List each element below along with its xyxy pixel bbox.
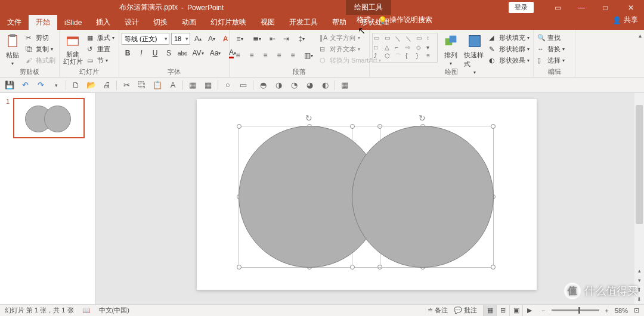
resize-handle[interactable] — [491, 124, 496, 129]
tab-animations[interactable]: 动画 — [175, 15, 203, 30]
shape-outline-button[interactable]: ✎形状轮廓▾ — [488, 44, 531, 54]
shape-curve2-icon[interactable]: ⌒ — [395, 52, 404, 61]
qat-undo-button[interactable]: ↶ — [19, 79, 31, 91]
resize-handle[interactable] — [237, 265, 242, 269]
ribbon-display-button[interactable]: ▭ — [546, 0, 569, 15]
resize-handle[interactable] — [350, 265, 355, 269]
tell-me-search[interactable]: 💡 操作说明搜索 — [378, 15, 432, 25]
tab-format[interactable]: 格式 — [346, 15, 382, 25]
maximize-button[interactable]: □ — [593, 0, 617, 15]
comments-button[interactable]: 💬 批注 — [454, 306, 477, 315]
justify-button[interactable]: ≡ — [273, 49, 285, 61]
tab-design[interactable]: 设计 — [117, 15, 146, 30]
shape-rect2-icon[interactable]: ▭ — [385, 35, 394, 43]
underline-button[interactable]: U — [149, 47, 161, 59]
arrange-button[interactable]: 排列▾ — [440, 33, 462, 66]
zoom-level[interactable]: 58% — [615, 307, 628, 314]
select-button[interactable]: ▯选择▾ — [536, 55, 566, 66]
paste-button[interactable]: 粘贴 ▾ — [2, 33, 22, 66]
shape-rect3-icon[interactable]: ▭ — [416, 35, 426, 43]
italic-button[interactable]: I — [135, 47, 147, 59]
shape-rect-icon[interactable]: ▭ — [374, 35, 383, 43]
resize-handle[interactable] — [491, 265, 496, 269]
shape-sq-icon[interactable]: □ — [374, 44, 383, 51]
zoom-in-button[interactable]: + — [605, 307, 609, 314]
login-button[interactable]: 登录 — [509, 2, 534, 13]
replace-button[interactable]: ↔替换▾ — [536, 44, 566, 54]
columns-button[interactable]: ▥▾ — [301, 49, 316, 61]
rotate-handle-icon[interactable] — [419, 113, 427, 122]
qat-combine-button[interactable]: ◑ — [273, 79, 284, 91]
qat-union-button[interactable]: ◓ — [257, 79, 269, 91]
numbering-button[interactable]: ≣▾ — [249, 33, 265, 45]
normal-view-button[interactable]: ▦ — [483, 305, 496, 316]
qat-redo-button[interactable]: ↷ — [35, 79, 47, 91]
shape-arrow2-icon[interactable]: ⇨ — [405, 44, 415, 51]
format-painter-button[interactable]: 🖌格式刷 — [24, 55, 57, 66]
collapse-ribbon-button[interactable]: ▴ — [639, 32, 642, 39]
shape-expand-icon[interactable]: ≡ — [426, 52, 436, 61]
rotate-handle-icon[interactable] — [305, 113, 314, 122]
shape-diamond-icon[interactable]: ◇ — [416, 44, 426, 51]
increase-indent-button[interactable]: ⇥ — [280, 33, 292, 45]
qat-copy2-button[interactable]: ⿻ — [136, 79, 148, 91]
shape-l-icon[interactable]: ⌐ — [395, 44, 404, 51]
tab-home[interactable]: 开始 — [29, 15, 57, 30]
find-button[interactable]: 🔍查找 — [536, 33, 566, 43]
sorter-view-button[interactable]: ⊞ — [496, 305, 509, 316]
tab-developer[interactable]: 开发工具 — [282, 15, 325, 30]
shape-line2-icon[interactable]: ＼ — [405, 35, 415, 43]
increase-font-button[interactable]: A▴ — [192, 33, 204, 45]
qat-dropdown-button[interactable]: ▾ — [50, 79, 62, 91]
shape-more-icon[interactable]: ▾ — [426, 44, 436, 51]
shape-brace2-icon[interactable]: } — [416, 52, 426, 61]
tab-file[interactable]: 文件 — [0, 15, 29, 30]
distribute-button[interactable]: ≡ — [287, 49, 299, 61]
tab-slideshow[interactable]: 幻灯片放映 — [203, 15, 253, 30]
section-button[interactable]: ▭节▾ — [86, 55, 116, 66]
qat-ungroup-button[interactable]: ▦ — [202, 79, 214, 91]
qat-print-button[interactable]: 🖨 — [101, 79, 113, 91]
resize-handle[interactable] — [237, 124, 242, 129]
line-spacing-button[interactable]: ‡▾ — [294, 33, 309, 45]
minimize-button[interactable]: — — [569, 0, 593, 15]
qat-new-button[interactable]: 🗋 — [70, 79, 82, 91]
shape-arrow-icon[interactable]: △ — [385, 44, 394, 51]
slide-thumbnail-1[interactable] — [13, 98, 85, 138]
font-size-combo[interactable]: 18 — [171, 33, 190, 45]
qat-extra-button[interactable]: ▦ — [339, 79, 351, 91]
zoom-slider[interactable] — [552, 309, 599, 311]
new-slide-button[interactable]: 新建 幻灯片 — [62, 33, 83, 65]
align-right-button[interactable]: ≡ — [259, 49, 271, 61]
reading-view-button[interactable]: ▣ — [509, 305, 522, 316]
bold-button[interactable]: B — [122, 47, 134, 59]
char-spacing-button[interactable]: AV▾ — [190, 47, 206, 59]
shape-curve-icon[interactable]: ⤴ — [374, 52, 383, 61]
slide-canvas[interactable]: ▴ ▾ ⬆ ⬇ — [95, 93, 644, 304]
bullets-button[interactable]: ≡▾ — [232, 33, 247, 45]
shape-brace-icon[interactable]: { — [405, 52, 415, 61]
qat-paste2-button[interactable]: 📋 — [151, 79, 163, 91]
qat-group-button[interactable]: ▦ — [187, 79, 199, 91]
tab-insert[interactable]: 插入 — [89, 15, 117, 30]
tab-view[interactable]: 视图 — [253, 15, 282, 30]
qat-subtract-button[interactable]: ◐ — [319, 79, 331, 91]
notes-button[interactable]: ≐ 备注 — [428, 306, 448, 315]
shadow-button[interactable]: S — [163, 47, 175, 59]
qat-save-button[interactable]: 💾 — [4, 79, 16, 91]
layout-button[interactable]: ▦版式▾ — [86, 33, 116, 43]
slide-1[interactable] — [197, 99, 537, 290]
decrease-font-button[interactable]: A▾ — [206, 33, 218, 45]
spellcheck-icon[interactable]: 📖 — [82, 306, 91, 314]
shape-effects-button[interactable]: ◐形状效果▾ — [488, 55, 531, 66]
align-left-button[interactable]: ≡ — [232, 49, 244, 61]
qat-fragment-button[interactable]: ◔ — [288, 79, 300, 91]
shape-fill-button[interactable]: ◢形状填充▾ — [488, 33, 531, 43]
qat-open-button[interactable]: 📂 — [85, 79, 97, 91]
copy-button[interactable]: ⿻复制▾ — [24, 44, 57, 54]
tab-islide[interactable]: iSlide — [57, 15, 89, 30]
qat-font-button[interactable]: A — [167, 79, 179, 91]
close-button[interactable]: ✕ — [617, 0, 644, 15]
change-case-button[interactable]: Aa▾ — [208, 47, 223, 59]
status-language[interactable]: 中文(中国) — [99, 306, 129, 315]
